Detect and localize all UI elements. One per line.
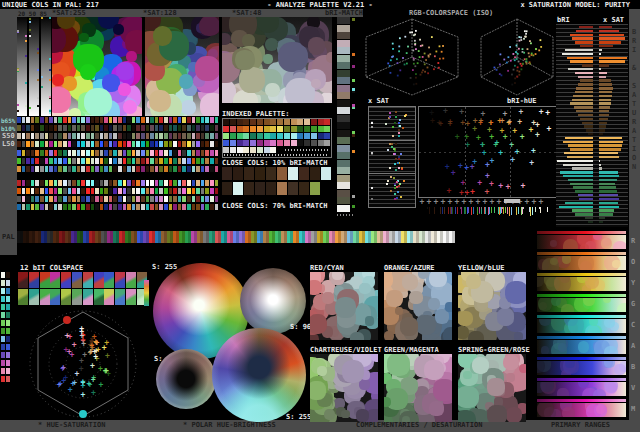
polar-caption[interactable]: * POLAR HUE-BRIGHTNESS bbox=[183, 421, 276, 429]
close-cols-70-title[interactable]: CLOSE COLS: 70% bRI-MATCH bbox=[222, 202, 327, 210]
stripe-cell bbox=[205, 125, 209, 131]
xsat-scatter-header[interactable]: x SAT bbox=[368, 97, 389, 105]
colspace12-tile bbox=[29, 289, 39, 305]
hue-saturation-caption[interactable]: * HUE-SATURATION bbox=[38, 421, 105, 429]
stripe-cell bbox=[182, 196, 186, 202]
xsat-dot bbox=[399, 119, 401, 121]
edge-chip bbox=[1, 304, 5, 310]
stripe-cell bbox=[113, 204, 117, 210]
stripe-cell bbox=[104, 117, 108, 123]
bri-match-cell bbox=[337, 62, 350, 69]
stripe-cell bbox=[81, 188, 85, 194]
indexed-cell bbox=[277, 119, 283, 125]
close-cols-10-title[interactable]: CLOSE COLS: 10% bRI-MATCH bbox=[222, 159, 327, 167]
stripe-cell bbox=[146, 158, 150, 164]
sat-bar bbox=[599, 30, 619, 32]
gray-marker: + bbox=[525, 200, 530, 204]
sat48-label[interactable]: *SAT:48 bbox=[232, 9, 262, 17]
bri-bar bbox=[570, 34, 593, 36]
stripe-cell bbox=[173, 158, 177, 164]
gray-col-tick bbox=[29, 35, 31, 37]
stripe-cell bbox=[141, 158, 145, 164]
gray-marker-row: ++++++++++++++++++ bbox=[418, 198, 556, 207]
stripe-cell bbox=[187, 158, 191, 164]
sat-bar bbox=[599, 95, 612, 97]
sat128-label[interactable]: *SAT:128 bbox=[143, 9, 177, 17]
bars-sat-label[interactable]: x SAT bbox=[603, 16, 624, 24]
stripe-cell bbox=[68, 158, 72, 164]
xsat-dot bbox=[391, 146, 393, 148]
hue-marker: + bbox=[481, 112, 486, 116]
primary-blob bbox=[604, 382, 618, 393]
sat-bar bbox=[599, 49, 602, 51]
stripe-cell bbox=[187, 188, 191, 194]
stripe-cell bbox=[81, 204, 85, 210]
hue-marker: + bbox=[498, 151, 503, 155]
stripe-cell bbox=[40, 125, 44, 131]
bri-match-label[interactable]: bRI-MATCH bbox=[325, 9, 363, 17]
stripe-cell bbox=[196, 188, 200, 194]
colspace12-tile bbox=[18, 272, 28, 288]
stripe-cell bbox=[159, 188, 163, 194]
sat255-label[interactable]: *SAT:255 bbox=[52, 9, 86, 17]
stripe-cell bbox=[187, 141, 191, 147]
stripe-cell bbox=[91, 117, 95, 123]
stripe-cell bbox=[141, 133, 145, 139]
stripe-cell bbox=[146, 196, 150, 202]
stripe-cell bbox=[91, 133, 95, 139]
stripe-cell bbox=[86, 158, 90, 164]
indexed-cell bbox=[277, 126, 283, 132]
stripe-cell bbox=[17, 188, 21, 194]
sat-bar bbox=[599, 26, 612, 28]
hue-marker: + bbox=[497, 119, 502, 123]
stripe-cell bbox=[54, 166, 58, 172]
xsat-dot bbox=[398, 185, 400, 187]
indexed-cell bbox=[250, 126, 256, 132]
stripe-cell bbox=[68, 196, 72, 202]
stripe-cell bbox=[210, 125, 214, 131]
bri-hue-scatter-header[interactable]: bRI-hUE bbox=[507, 97, 537, 105]
indexed-cell bbox=[284, 119, 290, 125]
stripe-cell bbox=[132, 188, 136, 194]
stripe-cell bbox=[164, 196, 168, 202]
stripe-cell bbox=[132, 166, 136, 172]
stripe-cell bbox=[81, 166, 85, 172]
stripe-cell bbox=[192, 196, 196, 202]
stripe-cell bbox=[178, 117, 182, 123]
indexed-cell bbox=[250, 147, 256, 153]
stripe-cell bbox=[173, 141, 177, 147]
stripe-cell bbox=[113, 125, 117, 131]
stripe-cell bbox=[86, 180, 90, 186]
blob bbox=[195, 56, 219, 81]
blob bbox=[181, 100, 196, 115]
indexed-cell bbox=[250, 133, 256, 139]
sat-bar bbox=[599, 209, 614, 211]
bri-bar bbox=[570, 183, 593, 185]
stripe-cell bbox=[159, 166, 163, 172]
hue-marker: + bbox=[465, 191, 470, 195]
stripe-cell bbox=[132, 133, 136, 139]
bri-match-cell bbox=[337, 182, 350, 189]
indexed-cell bbox=[324, 140, 330, 146]
indexed-cell bbox=[237, 126, 243, 132]
gridline-h bbox=[419, 152, 557, 153]
stripe-cell bbox=[201, 180, 205, 186]
comp-blob bbox=[429, 272, 446, 287]
blob bbox=[265, 83, 280, 98]
stripe-cell bbox=[146, 180, 150, 186]
bars-bri-label[interactable]: bRI bbox=[557, 16, 570, 24]
bri-bar bbox=[579, 26, 593, 28]
saturation-model-toggle[interactable]: x SATURATION MODEL: PURITY bbox=[520, 1, 630, 9]
indexed-cell bbox=[230, 147, 236, 153]
bri-bar bbox=[575, 213, 594, 215]
gray-marker: + bbox=[539, 200, 544, 204]
stripe-cell bbox=[109, 166, 113, 172]
hue-marker: + bbox=[506, 185, 511, 189]
stripe-cell bbox=[118, 196, 122, 202]
edge-chip bbox=[6, 312, 10, 318]
stripe-cell bbox=[201, 150, 205, 156]
hist-tick bbox=[505, 207, 506, 213]
xsat-divider bbox=[369, 173, 415, 174]
xsat-dot bbox=[389, 143, 391, 145]
gray-marker: + bbox=[469, 200, 474, 204]
